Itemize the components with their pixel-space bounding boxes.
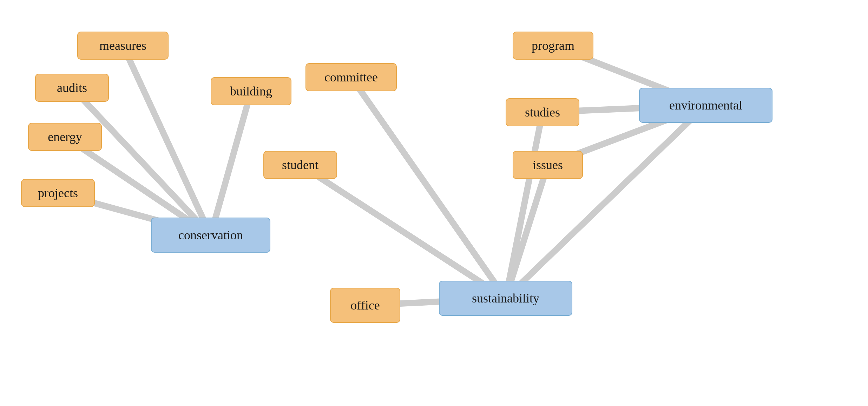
node-studies: studies: [506, 98, 579, 126]
node-projects: projects: [21, 179, 95, 207]
edges-svg: [0, 0, 868, 406]
svg-line-11: [506, 105, 706, 298]
graph-container: measuresauditsbuildingcommitteeprogramen…: [0, 0, 868, 406]
node-sustainability: sustainability: [439, 281, 572, 316]
node-measures: measures: [77, 32, 169, 60]
svg-line-12: [506, 112, 542, 298]
node-program: program: [513, 32, 593, 60]
node-student: student: [263, 151, 337, 179]
svg-line-13: [506, 165, 548, 298]
svg-line-1: [72, 88, 211, 235]
node-energy: energy: [28, 123, 102, 151]
node-committee: committee: [305, 63, 397, 91]
svg-line-5: [351, 77, 506, 298]
node-conservation: conservation: [151, 218, 270, 253]
svg-line-6: [300, 165, 506, 298]
node-building: building: [211, 77, 291, 105]
node-office: office: [330, 288, 400, 323]
svg-line-0: [123, 46, 211, 235]
node-issues: issues: [513, 151, 583, 179]
node-audits: audits: [35, 74, 109, 102]
node-environmental: environmental: [639, 88, 772, 123]
svg-line-4: [211, 91, 251, 235]
